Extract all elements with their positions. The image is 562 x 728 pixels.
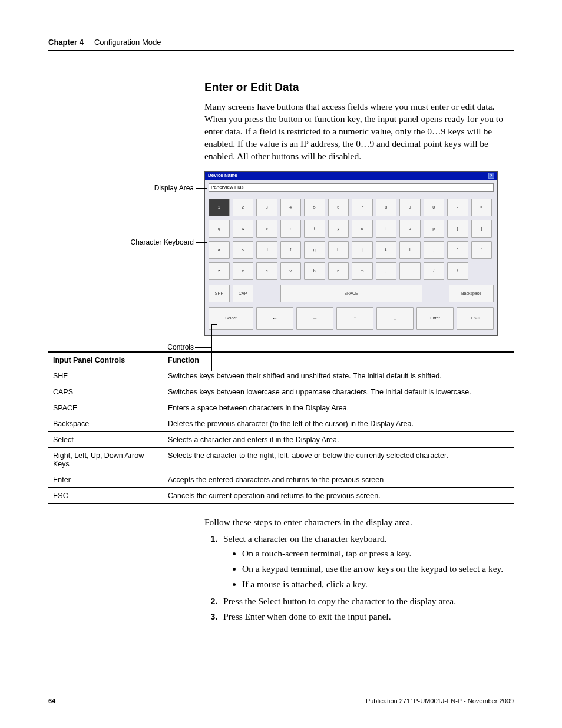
arrow-right-button[interactable]: → [296, 307, 333, 330]
input-panel-controls-table: Input Panel Controls Function SHFSwitche… [48, 351, 514, 504]
chapter-label: Chapter 4 [48, 38, 84, 47]
panel-titlebar: Device Name × [205, 172, 497, 180]
key-o[interactable]: o [399, 220, 421, 238]
key-0[interactable]: 0 [424, 199, 445, 216]
display-field[interactable]: PanelView Plus [209, 183, 494, 192]
arrow-right-icon: → [312, 315, 318, 321]
key-h[interactable]: h [328, 241, 349, 259]
follow-text: Follow these steps to enter characters i… [204, 517, 514, 528]
key-a[interactable]: a [209, 241, 230, 259]
step-3: Press Enter when done to exit the input … [220, 611, 514, 622]
key-u[interactable]: u [352, 220, 373, 238]
arrow-left-icon: ← [272, 315, 277, 321]
key-y[interactable]: y [328, 220, 349, 238]
table-row: ESCCancels the current operation and ret… [48, 487, 514, 503]
table-row: SHFSwitches keys between their shifted a… [48, 368, 514, 384]
table-row: BackspaceDeletes the previous character … [48, 416, 514, 431]
key-k[interactable]: k [376, 241, 397, 259]
table-row: Right, Left, Up, Down Arrow KeysSelects … [48, 447, 514, 472]
page-header: Chapter 4 Configuration Mode [48, 38, 514, 47]
key-d[interactable]: d [256, 241, 277, 259]
key-1[interactable]: 1 [209, 199, 230, 216]
key-n[interactable]: n [328, 262, 349, 280]
callout-character-keyboard: Character Keyboard [131, 238, 194, 246]
key-=[interactable]: = [471, 199, 492, 216]
key-e[interactable]: e [256, 220, 277, 238]
character-keyboard: 1234567890-=qwertyuiop[]asdfghjkl;'`zxcv… [209, 199, 494, 280]
key-8[interactable]: 8 [376, 199, 397, 216]
control-row-1: SHF CAP SPACE Backspace [209, 285, 494, 302]
nav-row: Select ← → ↑ ↓ Enter ESC [209, 307, 494, 330]
backspace-key[interactable]: Backspace [449, 285, 494, 302]
key-x[interactable]: x [233, 262, 254, 280]
key-l[interactable]: l [399, 241, 421, 259]
key-f[interactable]: f [280, 241, 302, 259]
step-2: Press the Select button to copy the char… [220, 596, 514, 607]
section-heading: Enter or Edit Data [204, 81, 514, 94]
table-row: SPACEEnters a space between characters i… [48, 400, 514, 416]
key-5[interactable]: 5 [304, 199, 325, 216]
close-icon[interactable]: × [488, 173, 494, 179]
input-panel-diagram: Display Area Character Keyboard Controls… [204, 171, 514, 336]
key-;[interactable]: ; [424, 241, 445, 259]
list-item: On a keypad terminal, use the arrow keys… [242, 563, 514, 575]
arrow-up-button[interactable]: ↑ [336, 307, 373, 330]
callout-controls: Controls [167, 343, 194, 351]
table-header-controls: Input Panel Controls [48, 352, 163, 368]
shf-key[interactable]: SHF [209, 285, 230, 302]
chapter-title: Configuration Mode [94, 38, 161, 47]
key-`[interactable]: ` [471, 241, 492, 259]
arrow-left-button[interactable]: ← [256, 307, 293, 330]
key-2[interactable]: 2 [233, 199, 254, 216]
intro-paragraph: Many screens have buttons that access fi… [204, 101, 514, 163]
key-7[interactable]: 7 [352, 199, 373, 216]
key-4[interactable]: 4 [280, 199, 302, 216]
key-m[interactable]: m [352, 262, 373, 280]
key-,[interactable]: , [376, 262, 397, 280]
key-j[interactable]: j [352, 241, 373, 259]
key-p[interactable]: p [424, 220, 445, 238]
key--[interactable]: - [447, 199, 468, 216]
callout-display-area: Display Area [154, 184, 194, 192]
table-row: EnterAccepts the entered characters and … [48, 472, 514, 487]
key-[[interactable]: [ [447, 220, 468, 238]
key-z[interactable]: z [209, 262, 230, 280]
key-9[interactable]: 9 [399, 199, 421, 216]
key-q[interactable]: q [209, 220, 230, 238]
key-3[interactable]: 3 [256, 199, 277, 216]
space-key[interactable]: SPACE [280, 285, 422, 302]
panel-title-text: Device Name [208, 173, 237, 178]
key-s[interactable]: s [233, 241, 254, 259]
publication-info: Publication 2711P-UM001J-EN-P - November… [366, 697, 514, 704]
key-\[interactable]: \ [447, 262, 468, 280]
key-r[interactable]: r [280, 220, 302, 238]
arrow-up-icon: ↑ [353, 315, 356, 321]
step-1: Select a character on the character keyb… [220, 533, 514, 590]
page-footer: 64 Publication 2711P-UM001J-EN-P - Novem… [48, 697, 514, 704]
key-][interactable]: ] [471, 220, 492, 238]
key-i[interactable]: i [376, 220, 397, 238]
key-'[interactable]: ' [447, 241, 468, 259]
key-/[interactable]: / [424, 262, 445, 280]
table-row: CAPSSwitches keys between lowercase and … [48, 384, 514, 400]
list-item: On a touch-screen terminal, tap or press… [242, 548, 514, 559]
key-c[interactable]: c [256, 262, 277, 280]
input-panel: Device Name × PanelView Plus 1234567890-… [204, 171, 498, 336]
key-w[interactable]: w [233, 220, 254, 238]
cap-key[interactable]: CAP [233, 285, 254, 302]
key-v[interactable]: v [280, 262, 302, 280]
table-row: SelectSelects a character and enters it … [48, 431, 514, 447]
list-item: If a mouse is attached, click a key. [242, 578, 514, 590]
esc-button[interactable]: ESC [457, 307, 494, 330]
arrow-down-button[interactable]: ↓ [376, 307, 414, 330]
enter-button[interactable]: Enter [416, 307, 454, 330]
arrow-down-icon: ↓ [394, 315, 396, 321]
steps-list: Select a character on the character keyb… [220, 533, 514, 622]
key-g[interactable]: g [304, 241, 325, 259]
key-b[interactable]: b [304, 262, 325, 280]
page-number: 64 [48, 697, 55, 704]
key-t[interactable]: t [304, 220, 325, 238]
key-.[interactable]: . [399, 262, 421, 280]
header-rule [48, 50, 514, 51]
key-6[interactable]: 6 [328, 199, 349, 216]
